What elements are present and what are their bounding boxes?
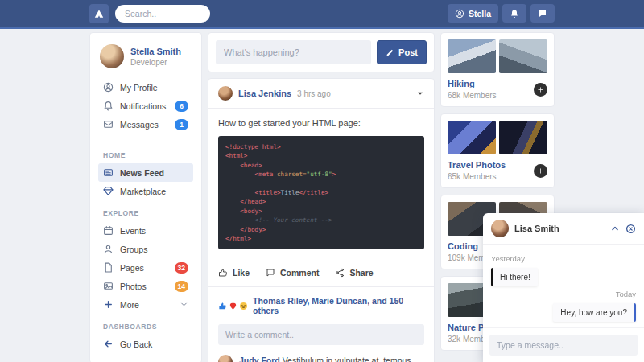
sidebar-item-events[interactable]: Events bbox=[98, 221, 193, 240]
group-photo bbox=[499, 121, 547, 154]
group-card-travel-photos: Travel Photos 65k Members bbox=[440, 113, 555, 188]
sidebar-item-messages[interactable]: Messages 1 bbox=[98, 115, 193, 134]
section-heading-home: HOME bbox=[103, 151, 188, 159]
comment-button[interactable]: Comment bbox=[266, 268, 319, 278]
join-group-button[interactable] bbox=[534, 83, 547, 97]
chat-message-received: Hi there! bbox=[491, 268, 538, 286]
sidebar-item-photos[interactable]: Photos 14 bbox=[98, 277, 193, 295]
sidebar-item-marketplace[interactable]: Marketplace bbox=[98, 182, 193, 200]
search-input[interactable] bbox=[115, 5, 210, 23]
group-members: 68k Members bbox=[448, 91, 497, 100]
post-button[interactable]: Post bbox=[377, 40, 427, 64]
sidebar-divider bbox=[100, 142, 192, 142]
user-circle-icon bbox=[455, 9, 464, 19]
avatar bbox=[218, 355, 233, 362]
sidebar-item-label: Marketplace bbox=[120, 187, 166, 196]
profile-role: Developer bbox=[130, 58, 181, 67]
thumbs-up-icon bbox=[218, 268, 228, 278]
gem-icon bbox=[103, 186, 114, 196]
section-heading-explore: EXPLORE bbox=[103, 209, 188, 217]
smiley-reaction-icon bbox=[239, 302, 248, 311]
envelope-icon bbox=[103, 119, 114, 130]
share-label: Share bbox=[349, 268, 373, 278]
chat-button[interactable] bbox=[530, 4, 555, 23]
image-icon bbox=[103, 281, 114, 291]
share-icon bbox=[335, 268, 345, 278]
like-label: Like bbox=[233, 268, 250, 278]
comment-author[interactable]: Judy Ford bbox=[239, 356, 280, 362]
chat-day-label: Today bbox=[491, 290, 636, 298]
chat-contact-name[interactable]: Lisa Smith bbox=[514, 224, 559, 233]
photos-count-badge: 14 bbox=[175, 281, 188, 292]
top-navbar: Stella bbox=[0, 0, 644, 29]
profile-sidebar: Stella Smith Developer My Profile Notifi… bbox=[89, 32, 202, 362]
tent-icon bbox=[93, 8, 105, 19]
page-icon bbox=[103, 262, 114, 273]
sidebar-item-my-profile[interactable]: My Profile bbox=[98, 78, 193, 97]
user-menu-button[interactable]: Stella bbox=[448, 4, 498, 23]
sidebar-item-label: My Profile bbox=[120, 83, 158, 93]
people-icon bbox=[103, 244, 114, 254]
chat-minimize-icon[interactable] bbox=[610, 224, 620, 233]
profile-name[interactable]: Stella Smith bbox=[130, 47, 181, 56]
chat-message-sent: Hey, how are you? bbox=[553, 303, 636, 322]
sidebar-item-go-back[interactable]: Go Back bbox=[98, 335, 193, 353]
plus-icon bbox=[103, 299, 114, 310]
share-button[interactable]: Share bbox=[335, 268, 373, 278]
sidebar-item-news-feed[interactable]: News Feed bbox=[98, 163, 193, 182]
group-card-hiking: Hiking 68k Members bbox=[440, 32, 555, 107]
chat-messages: Yesterday Hi there! Today Hey, how are y… bbox=[483, 245, 644, 327]
post-text: How to get started your HTML page: bbox=[218, 118, 424, 128]
arrow-left-icon bbox=[103, 339, 114, 349]
reactions-bar: Thomas Riley, Marie Duncan, and 150 othe… bbox=[208, 286, 434, 324]
thumbs-up-reaction-icon bbox=[218, 302, 227, 311]
post-menu-caret-icon[interactable] bbox=[416, 89, 424, 97]
avatar bbox=[491, 220, 509, 237]
sidebar-item-label: Groups bbox=[120, 245, 147, 254]
group-photo bbox=[448, 121, 496, 154]
notifications-button[interactable] bbox=[502, 4, 526, 23]
sidebar-item-label: More bbox=[120, 300, 139, 310]
avatar bbox=[218, 86, 233, 101]
comment-label: Comment bbox=[280, 268, 319, 278]
pencil-icon bbox=[386, 48, 394, 57]
group-name[interactable]: Hiking bbox=[448, 79, 497, 88]
join-group-button[interactable] bbox=[534, 164, 547, 178]
pages-count-badge: 32 bbox=[175, 262, 188, 274]
comment-item: Judy Ford Vestibulum in vulputate at, te… bbox=[208, 353, 434, 362]
chat-message-input[interactable] bbox=[489, 335, 638, 356]
group-members: 65k Members bbox=[448, 172, 506, 181]
post-actions: Like Comment Share bbox=[208, 259, 434, 286]
profile-summary: Stella Smith Developer bbox=[100, 44, 192, 68]
sidebar-item-label: Messages bbox=[120, 120, 159, 130]
sidebar-item-label: Photos bbox=[120, 282, 147, 291]
group-name[interactable]: Travel Photos bbox=[448, 160, 506, 170]
post-header: Lisa Jenkins 3 hrs ago bbox=[208, 79, 434, 109]
app-logo[interactable] bbox=[89, 4, 109, 23]
status-input[interactable] bbox=[216, 40, 371, 64]
chat-close-icon[interactable] bbox=[625, 224, 636, 234]
reactions-summary[interactable]: Thomas Riley, Marie Duncan, and 150 othe… bbox=[253, 296, 424, 315]
avatar bbox=[100, 44, 124, 68]
person-icon bbox=[103, 82, 114, 93]
sidebar-item-groups[interactable]: Groups bbox=[98, 240, 193, 258]
bell-icon bbox=[510, 9, 519, 19]
code-block: <!doctype html><html> <head> <meta chars… bbox=[218, 136, 424, 249]
post-author[interactable]: Lisa Jenkins bbox=[238, 88, 291, 98]
comment-bubble-icon bbox=[266, 268, 275, 278]
post-timestamp: 3 hrs ago bbox=[297, 89, 331, 98]
comment-input[interactable] bbox=[218, 324, 424, 345]
sidebar-item-notifications[interactable]: Notifications 6 bbox=[98, 97, 193, 115]
sidebar-item-label: Notifications bbox=[120, 101, 166, 111]
like-button[interactable]: Like bbox=[218, 268, 250, 278]
sidebar-item-pages[interactable]: Pages 32 bbox=[98, 258, 193, 277]
sidebar-item-label: Go Back bbox=[120, 339, 152, 349]
news-feed: Post Lisa Jenkins 3 hrs ago How to get s… bbox=[208, 32, 435, 362]
bell-icon bbox=[103, 101, 114, 111]
sidebar-item-more[interactable]: More bbox=[98, 295, 193, 314]
post-composer: Post bbox=[208, 32, 435, 72]
post-button-label: Post bbox=[398, 47, 418, 57]
sidebar-item-label: News Feed bbox=[120, 168, 164, 178]
chat-day-label: Yesterday bbox=[491, 254, 636, 263]
newspaper-icon bbox=[103, 167, 114, 178]
